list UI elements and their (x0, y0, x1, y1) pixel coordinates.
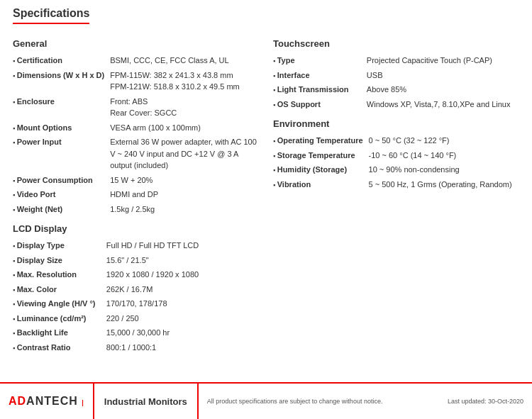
spec-label: Weight (Net) (13, 202, 110, 217)
table-row: Display TypeFull HD / Full HD TFT LCD (13, 238, 259, 253)
table-row: Display Size15.6" / 21.5" (13, 253, 259, 268)
spec-value: USB (367, 68, 519, 83)
spec-label: Humidity (Storage) (273, 162, 369, 177)
spec-value: Windows XP, Vista,7, 8.10,XPe and Linux (367, 97, 519, 112)
environment-table: Operating Temperature0 ~ 50 °C (32 ~ 122… (273, 133, 519, 191)
spec-value: Above 85% (367, 82, 519, 97)
table-row: EnclosureFront: ABSRear Cover: SGCC (13, 94, 259, 121)
touchscreen-title: Touchscreen (273, 38, 519, 49)
touchscreen-section: Touchscreen TypeProjected Capacitive Tou… (273, 38, 519, 111)
spec-label: Vibration (273, 177, 369, 192)
table-row: Max. Resolution1920 x 1080 / 1920 x 1080 (13, 267, 259, 282)
spec-label: Viewing Angle (H/V °) (13, 296, 106, 311)
spec-value: FPM-115W: 382 x 241.3 x 43.8 mmFPM-121W:… (110, 68, 259, 94)
spec-label: Display Size (13, 253, 106, 268)
spec-value: Full HD / Full HD TFT LCD (106, 238, 259, 253)
table-row: Mount OptionsVESA arm (100 x 100mm) (13, 121, 259, 135)
touchscreen-table: TypeProjected Capacitive Touch (P-CAP)In… (273, 53, 519, 111)
environment-title: Environment (273, 118, 519, 129)
footer-product-line: Industrial Monitors (94, 384, 199, 419)
lcd-table: Display TypeFull HD / Full HD TFT LCDDis… (13, 238, 259, 354)
spec-label: Max. Resolution (13, 267, 106, 282)
spec-value: 262K / 16.7M (106, 282, 259, 297)
spec-label: Contrast Ratio (13, 340, 106, 355)
spec-label: Mount Options (13, 121, 110, 135)
spec-value: 5 ~ 500 Hz, 1 Grms (Operating, Random) (369, 177, 519, 192)
table-row: Viewing Angle (H/V °)170/170, 178/178 (13, 296, 259, 311)
spec-value: 15.6" / 21.5" (106, 253, 259, 268)
environment-section: Environment Operating Temperature0 ~ 50 … (273, 118, 519, 191)
spec-label: Type (273, 53, 367, 68)
spec-value: 15,000 / 30,000 hr (106, 325, 259, 340)
table-row: Humidity (Storage)10 ~ 90% non-condensin… (273, 162, 519, 177)
spec-value: VESA arm (100 x 100mm) (110, 121, 259, 135)
lcd-title: LCD Display (13, 223, 259, 234)
lcd-section: LCD Display Display TypeFull HD / Full H… (13, 223, 259, 354)
spec-label: Max. Color (13, 282, 106, 297)
spec-label: Display Type (13, 238, 106, 253)
table-row: TypeProjected Capacitive Touch (P-CAP) (273, 53, 519, 68)
footer-disclaimer: All product specifications are subject t… (207, 398, 383, 405)
spec-label: Storage Temperature (273, 148, 369, 163)
spec-value: -10 ~ 60 °C (14 ~ 140 °F) (369, 148, 519, 163)
spec-value: 0 ~ 50 °C (32 ~ 122 °F) (369, 133, 519, 148)
spec-label: OS Support (273, 97, 367, 112)
spec-value: 800:1 / 1000:1 (106, 340, 259, 355)
spec-label: Luminance (cd/m²) (13, 311, 106, 326)
table-row: Light TransmissionAbove 85% (273, 82, 519, 97)
spec-label: Interface (273, 68, 367, 83)
spec-label: Dimensions (W x H x D) (13, 68, 110, 94)
spec-value: BSMI, CCC, CE, FCC Class A, UL (110, 53, 259, 68)
spec-value: 220 / 250 (106, 311, 259, 326)
table-row: Power InputExternal 36 W power adapter, … (13, 135, 259, 173)
general-section: General CertificationBSMI, CCC, CE, FCC … (13, 38, 259, 216)
table-row: Vibration5 ~ 500 Hz, 1 Grms (Operating, … (273, 177, 519, 192)
spec-label: Enclosure (13, 94, 110, 121)
spec-value: 15 W + 20% (110, 173, 259, 188)
spec-value: HDMI and DP (110, 187, 259, 202)
spec-label: Power Consumption (13, 173, 110, 188)
table-row: Operating Temperature0 ~ 50 °C (32 ~ 122… (273, 133, 519, 148)
spec-label: Operating Temperature (273, 133, 369, 148)
table-row: OS SupportWindows XP, Vista,7, 8.10,XPe … (273, 97, 519, 112)
table-row: Storage Temperature-10 ~ 60 °C (14 ~ 140… (273, 148, 519, 163)
spec-value: External 36 W power adapter, with AC 100… (110, 135, 259, 173)
brand-logo: ADANTECH | (9, 395, 84, 408)
spec-label: Video Port (13, 187, 110, 202)
product-line-text: Industrial Monitors (104, 396, 187, 407)
table-row: Luminance (cd/m²)220 / 250 (13, 311, 259, 326)
spec-value: 1.5kg / 2.5kg (110, 202, 259, 217)
spec-label: Light Transmission (273, 82, 367, 97)
spec-label: Backlight Life (13, 325, 106, 340)
footer: ADANTECH | Industrial Monitors All produ… (0, 382, 532, 419)
table-row: Max. Color262K / 16.7M (13, 282, 259, 297)
spec-value: 10 ~ 90% non-condensing (369, 162, 519, 177)
footer-note: All product specifications are subject t… (199, 384, 532, 419)
table-row: Contrast Ratio800:1 / 1000:1 (13, 340, 259, 355)
table-row: InterfaceUSB (273, 68, 519, 83)
page-title: Specifications (13, 7, 89, 24)
footer-brand: ADANTECH | (0, 384, 94, 419)
spec-label: Power Input (13, 135, 110, 173)
general-title: General (13, 38, 259, 49)
spec-value: Projected Capacitive Touch (P-CAP) (367, 53, 519, 68)
general-table: CertificationBSMI, CCC, CE, FCC Class A,… (13, 53, 259, 216)
table-row: Video PortHDMI and DP (13, 187, 259, 202)
spec-label: Certification (13, 53, 110, 68)
spec-value: Front: ABSRear Cover: SGCC (110, 94, 259, 121)
table-row: Weight (Net)1.5kg / 2.5kg (13, 202, 259, 217)
footer-date: Last updated: 30-Oct-2020 (448, 398, 523, 405)
table-row: CertificationBSMI, CCC, CE, FCC Class A,… (13, 53, 259, 68)
spec-value: 1920 x 1080 / 1920 x 1080 (106, 267, 259, 282)
table-row: Backlight Life15,000 / 30,000 hr (13, 325, 259, 340)
spec-value: 170/170, 178/178 (106, 296, 259, 311)
table-row: Power Consumption15 W + 20% (13, 173, 259, 188)
table-row: Dimensions (W x H x D)FPM-115W: 382 x 24… (13, 68, 259, 94)
